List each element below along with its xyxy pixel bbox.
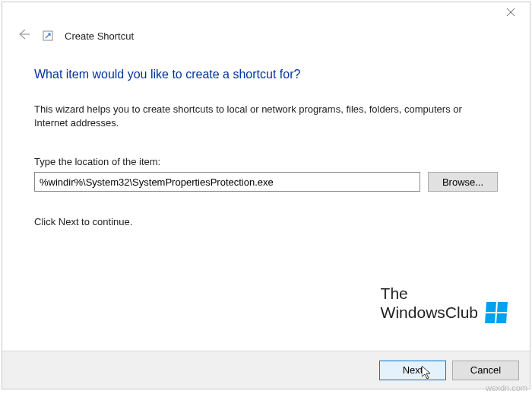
location-input[interactable] — [34, 172, 420, 192]
next-button[interactable]: Next — [379, 361, 446, 380]
content-area: What item would you like to create a sho… — [2, 52, 530, 235]
dialog-footer: Next Cancel — [2, 351, 530, 389]
site-watermark: wsxdn.com — [486, 383, 527, 392]
browse-button[interactable]: Browse... — [428, 172, 498, 192]
shortcut-icon — [42, 30, 54, 42]
back-button[interactable] — [16, 27, 31, 45]
titlebar — [2, 2, 530, 22]
logo-line2: WindowsClub — [381, 302, 507, 323]
location-input-row: Browse... — [34, 172, 498, 192]
continue-hint: Click Next to continue. — [34, 216, 498, 227]
header-row: Create Shortcut — [2, 22, 530, 52]
logo-line1: The — [381, 284, 507, 302]
close-button[interactable] — [495, 4, 527, 21]
windows-logo-icon — [485, 302, 508, 323]
logo-line2-text: WindowsClub — [381, 303, 478, 321]
dialog-title: Create Shortcut — [65, 30, 134, 42]
create-shortcut-dialog: Create Shortcut What item would you like… — [2, 2, 530, 389]
location-label: Type the location of the item: — [34, 156, 498, 167]
cancel-button[interactable]: Cancel — [452, 361, 519, 380]
wizard-description: This wizard helps you to create shortcut… — [34, 103, 498, 130]
back-arrow-icon — [16, 27, 31, 42]
windowsclub-logo: The WindowsClub — [381, 284, 507, 323]
main-heading: What item would you like to create a sho… — [34, 68, 498, 81]
close-icon — [507, 8, 515, 16]
